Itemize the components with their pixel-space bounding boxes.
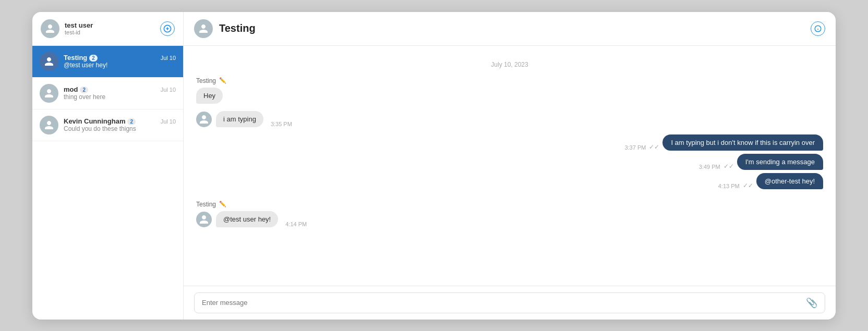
person-icon (44, 88, 54, 99)
conv-avatar-mod (40, 84, 58, 103)
chat-title: Testing (219, 22, 256, 34)
new-chat-button[interactable] (160, 21, 175, 36)
chat-header: Testing (184, 12, 836, 46)
msg-time-413: 4:13 PM (718, 183, 740, 189)
conversation-list: Testing2 Jul 10 @test user hey! mod2 (32, 46, 183, 320)
edit-icon: ✏️ (219, 77, 226, 84)
chat-input-area: 📎 (184, 286, 836, 320)
conv-info-testing: Testing2 Jul 10 @test user hey! (64, 54, 176, 69)
user-avatar (41, 19, 59, 38)
sender-label-testing2: Testing ✏️ (196, 201, 823, 208)
conv-preview-kevin: Could you do these thigns (64, 125, 176, 132)
msg-time-335: 3:35 PM (271, 121, 292, 127)
message-row-typing: i am typing 3:35 PM (196, 111, 823, 127)
conv-badge-kevin: 2 (127, 118, 136, 125)
chat-messages: July 10, 2023 Testing ✏️ Hey i am typing… (184, 46, 836, 286)
msg-time-414: 4:14 PM (285, 221, 307, 227)
conversation-item-testing[interactable]: Testing2 Jul 10 @test user hey! (32, 46, 183, 78)
conv-date-testing: Jul 10 (161, 55, 176, 61)
check-icon-2: ✓✓ (724, 163, 734, 170)
bubble-out1: I am typing but i don't know if this is … (662, 134, 823, 151)
check-icon-3: ✓✓ (743, 182, 753, 189)
date-separator: July 10, 2023 (196, 59, 823, 69)
message-row-attest: @test user hey! 4:14 PM (196, 211, 823, 227)
info-button[interactable] (811, 21, 825, 36)
person-icon (44, 56, 54, 67)
message-row-out1: ✓✓ 3:37 PM I am typing but i don't know … (196, 134, 823, 151)
conversation-item-kevin[interactable]: Kevin Cunningham2 Jul 10 Could you do th… (32, 109, 183, 141)
chat-header-left: Testing (194, 19, 256, 38)
conv-badge-mod: 2 (80, 87, 88, 93)
person-icon (199, 114, 209, 125)
conv-date-mod: Jul 10 (161, 87, 176, 93)
bubble-hey: Hey (196, 88, 223, 104)
message-row-out2: ✓✓ 3:49 PM I'm sending a message (196, 154, 823, 170)
attach-icon[interactable]: 📎 (806, 297, 817, 309)
conv-name-mod: mod2 (64, 85, 88, 93)
message-row-hey: Hey (196, 88, 823, 104)
msg-avatar-2 (196, 212, 212, 227)
sidebar: test user test-id (32, 12, 184, 320)
conv-avatar-kevin (40, 116, 58, 134)
chat-avatar (194, 19, 213, 38)
bubble-out3: @other-test hey! (756, 173, 823, 189)
conv-info-kevin: Kevin Cunningham2 Jul 10 Could you do th… (64, 117, 176, 132)
person-icon (45, 23, 55, 34)
sidebar-userid: test-id (65, 29, 93, 35)
conv-avatar-testing (40, 52, 58, 71)
msg-avatar (196, 112, 212, 127)
msg-time-337: 3:37 PM (624, 144, 646, 151)
plus-circle-icon (163, 24, 172, 33)
sidebar-header: test user test-id (32, 12, 183, 46)
message-group-2: Testing ✏️ @test user hey! 4:14 PM (196, 201, 823, 227)
message-row-out3: ✓✓ 4:13 PM @other-test hey! (196, 173, 823, 189)
app-container: test user test-id (32, 12, 836, 320)
conv-preview-mod: thing over here (64, 93, 176, 101)
message-input[interactable] (202, 299, 806, 307)
bubble-attest: @test user hey! (216, 211, 278, 227)
sidebar-user: test user test-id (41, 19, 93, 38)
info-icon (814, 25, 822, 32)
conv-preview-testing: @test user hey! (64, 62, 176, 69)
person-icon (44, 120, 54, 130)
check-icon-1: ✓✓ (649, 143, 659, 151)
conv-badge-testing: 2 (89, 55, 98, 62)
conv-name-testing: Testing2 (64, 54, 98, 62)
person-icon (198, 23, 209, 34)
conv-info-mod: mod2 Jul 10 thing over here (64, 85, 176, 101)
message-group-1: Testing ✏️ Hey (196, 77, 823, 104)
edit-icon-2: ✏️ (219, 201, 226, 207)
bubble-out2: I'm sending a message (737, 154, 823, 170)
sidebar-user-info: test user test-id (65, 21, 93, 35)
person-icon (199, 214, 209, 225)
conv-name-kevin: Kevin Cunningham2 (64, 117, 136, 125)
conversation-item-mod[interactable]: mod2 Jul 10 thing over here (32, 78, 183, 109)
msg-time-349: 3:49 PM (699, 164, 720, 170)
sender-label-testing: Testing ✏️ (196, 77, 823, 84)
sidebar-username: test user (65, 21, 93, 29)
chat-area: Testing July 10, 2023 Testing ✏️ (184, 12, 836, 320)
conv-date-kevin: Jul 10 (161, 118, 176, 125)
bubble-i-am-typing: i am typing (216, 111, 263, 127)
chat-input-wrap: 📎 (194, 292, 825, 313)
